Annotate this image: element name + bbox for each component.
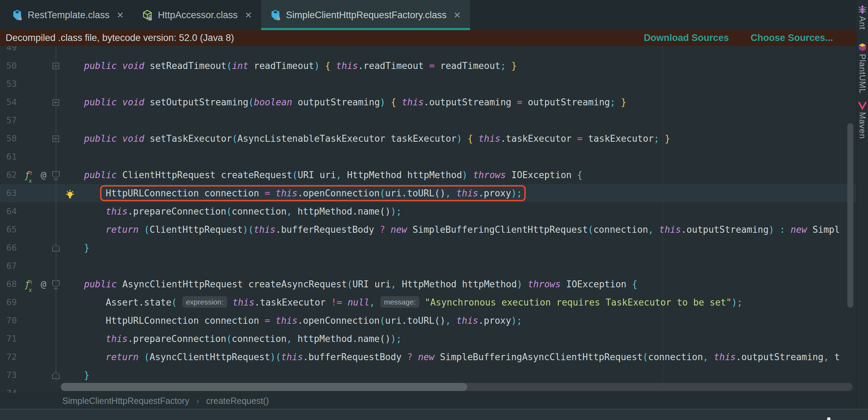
line-number[interactable]: 68 [0, 275, 17, 293]
decompiled-banner-message: Decompiled .class file, bytecode version… [6, 33, 234, 43]
code-text[interactable]: Assert.state( expression: this.taskExecu… [106, 293, 743, 312]
code-line-67[interactable]: 67 [0, 257, 856, 275]
choose-sources-link[interactable]: Choose Sources... [750, 33, 833, 43]
tab-label: HttpAccessor.class [158, 10, 238, 21]
line-number[interactable]: 70 [0, 312, 17, 330]
code-text[interactable]: public AsyncClientHttpRequest createAsyn… [84, 275, 637, 293]
tab-close-icon[interactable]: ✕ [117, 10, 124, 20]
code-line-72[interactable]: 72return (AsyncClientHttpRequest)(this.b… [0, 348, 856, 366]
tab-simpleclienthttprequestfactory-class[interactable]: SimpleClientHttpRequestFactory.class✕ [261, 0, 470, 30]
annotation-icon: @ [41, 275, 46, 293]
line-number[interactable]: 62 [0, 166, 17, 184]
plantuml-icon[interactable] [858, 43, 867, 52]
breadcrumb-class[interactable]: SimpleClientHttpRequestFactory [62, 396, 189, 406]
line-number[interactable]: 57 [0, 111, 17, 130]
annotation-icon: @ [41, 166, 46, 184]
tab-close-icon[interactable]: ✕ [454, 10, 461, 20]
code-text[interactable]: } [84, 239, 90, 257]
tab-label: RestTemplate.class [28, 10, 110, 21]
code-line-61[interactable]: 61 [0, 148, 856, 166]
tab-label: SimpleClientHttpRequestFactory.class [286, 10, 447, 21]
code-line-71[interactable]: 71this.prepareConnection(connection, htt… [0, 330, 856, 348]
line-number[interactable]: 61 [0, 148, 17, 166]
code-line-66[interactable]: 66} [0, 239, 856, 257]
code-line-64[interactable]: 64this.prepareConnection(connection, htt… [0, 202, 856, 220]
code-line-54[interactable]: 54+public void setOutputStreaming(boolea… [0, 93, 856, 111]
line-number[interactable]: 66 [0, 239, 17, 257]
code-line-70[interactable]: 70HttpURLConnection connection = this.op… [0, 312, 856, 330]
code-text[interactable]: return (ClientHttpRequest)(this.bufferRe… [106, 220, 840, 239]
decompiled-class-icon [142, 9, 153, 21]
tool-strip-item-ant[interactable]: Ant [856, 5, 868, 30]
editor-tab-bar: RestTemplate.class✕ HttpAccessor.class✕ … [0, 0, 856, 30]
decompiled-banner: Decompiled .class file, bytecode version… [0, 30, 856, 46]
code-line-58[interactable]: 58+public void setTaskExecutor(AsyncList… [0, 130, 856, 148]
breadcrumb: SimpleClientHttpRequestFactory › createR… [0, 393, 856, 409]
line-number[interactable]: 49 [0, 46, 17, 57]
code-line-63[interactable]: 63 HttpURLConnection connection = this.o… [0, 184, 856, 202]
code-text[interactable]: public void setReadTimeout(int readTimeo… [84, 57, 517, 75]
code-line-50[interactable]: 50+public void setReadTimeout(int readTi… [0, 57, 856, 75]
line-number[interactable]: 53 [0, 75, 17, 93]
status-indicator-dot [827, 417, 831, 420]
line-number[interactable]: 65 [0, 220, 17, 239]
horizontal-scrollbar-thumb[interactable] [61, 383, 467, 391]
code-text[interactable]: HttpURLConnection connection = this.open… [106, 184, 522, 202]
breadcrumb-separator-icon: › [196, 396, 199, 406]
code-text[interactable]: public ClientHttpRequest createRequest(U… [84, 166, 583, 184]
code-text[interactable]: this.prepareConnection(connection, httpM… [106, 202, 401, 220]
tab-close-icon[interactable]: ✕ [245, 10, 252, 20]
maven-icon[interactable] [858, 102, 867, 110]
tool-strip-label: PlantUML [858, 54, 867, 93]
tool-strip-label: Ant [858, 16, 867, 30]
code-line-53[interactable]: 53 [0, 75, 856, 93]
line-number[interactable]: 71 [0, 330, 17, 348]
tab-resttemplate-class[interactable]: RestTemplate.class✕ [3, 0, 133, 30]
intention-bulb-icon[interactable] [65, 189, 75, 200]
class-file-icon [12, 9, 22, 21]
code-line-49[interactable]: 49 [0, 46, 856, 57]
code-text[interactable]: public void setTaskExecutor(AsyncListena… [84, 130, 670, 148]
ant-icon[interactable] [858, 5, 867, 14]
code-text[interactable]: HttpURLConnection connection = this.open… [106, 312, 522, 330]
overriding-method-icon[interactable]: ƒ↑x [24, 275, 30, 293]
overriding-method-icon[interactable]: ƒ↑x [24, 166, 30, 184]
code-line-65[interactable]: 65return (ClientHttpRequest)(this.buffer… [0, 220, 856, 239]
line-number[interactable]: 50 [0, 57, 17, 75]
download-sources-link[interactable]: Download Sources [644, 33, 729, 43]
line-number[interactable]: 58 [0, 130, 17, 148]
code-line-68[interactable]: 68ƒ↑x@−public AsyncClientHttpRequest cre… [0, 275, 856, 293]
line-number[interactable]: 67 [0, 257, 17, 275]
tool-strip-item-plantuml[interactable]: PlantUML [856, 43, 868, 93]
code-editor[interactable]: 4950+public void setReadTimeout(int read… [0, 46, 856, 393]
vertical-scrollbar-thumb[interactable] [847, 123, 853, 308]
code-line-57[interactable]: 57 [0, 111, 856, 130]
line-number[interactable]: 63 [0, 184, 17, 202]
line-number[interactable]: 54 [0, 93, 17, 111]
line-number[interactable]: 73 [0, 366, 17, 384]
class-file-icon [270, 9, 281, 21]
tab-httpaccessor-class[interactable]: HttpAccessor.class✕ [133, 0, 261, 30]
line-number[interactable]: 69 [0, 293, 17, 312]
line-number[interactable]: 74 [0, 384, 17, 393]
tool-strip-label: Maven [858, 112, 867, 139]
code-text[interactable]: public void setOutputStreaming(boolean o… [84, 93, 626, 111]
line-number[interactable]: 72 [0, 348, 17, 366]
line-number[interactable]: 64 [0, 202, 17, 220]
code-line-73[interactable]: 73} [0, 366, 856, 384]
code-text[interactable]: } [84, 366, 90, 384]
gutter-fold-line [56, 46, 56, 382]
code-line-69[interactable]: 69Assert.state( expression: this.taskExe… [0, 293, 856, 312]
right-tool-strip: Ant PlantUML Maven [856, 0, 868, 409]
status-bar [0, 409, 868, 420]
code-text[interactable]: this.prepareConnection(connection, httpM… [106, 330, 401, 348]
tool-strip-item-maven[interactable]: Maven [856, 102, 868, 139]
code-text[interactable]: return (AsyncClientHttpRequest)(this.buf… [106, 348, 840, 366]
code-line-62[interactable]: 62ƒ↑x@−public ClientHttpRequest createRe… [0, 166, 856, 184]
breadcrumb-member[interactable]: createRequest() [206, 396, 269, 406]
